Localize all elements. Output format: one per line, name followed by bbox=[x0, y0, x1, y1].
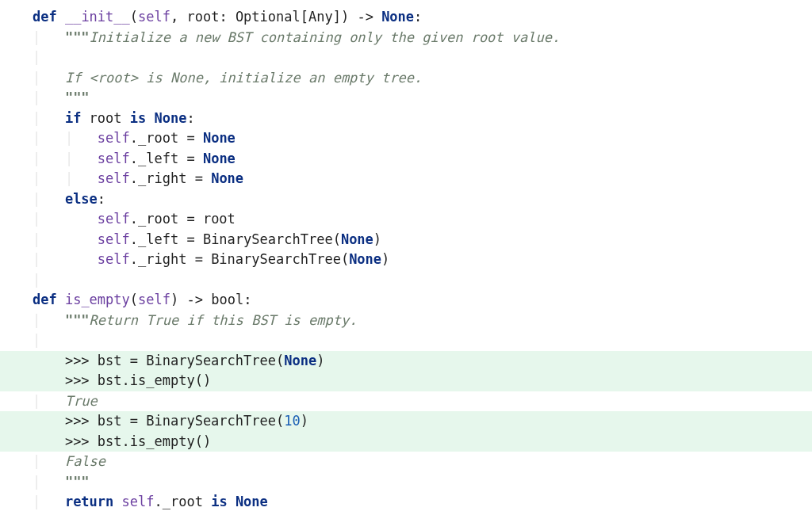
indent-guide: | bbox=[0, 251, 98, 267]
code-token: ._root bbox=[155, 494, 212, 509]
code-token: def bbox=[33, 9, 65, 25]
code-token: self bbox=[98, 211, 130, 227]
code-token: -> bbox=[357, 9, 381, 25]
indent-guide: | bbox=[0, 110, 65, 126]
indent-guide: | bbox=[0, 474, 65, 490]
code-token: is_empty bbox=[65, 292, 130, 307]
code-token: ._root = bbox=[130, 130, 203, 146]
indent-guide: | | bbox=[0, 170, 98, 186]
code-token: ) bbox=[373, 231, 381, 247]
indent-guide bbox=[0, 9, 33, 25]
code-line: | self._root = root bbox=[0, 209, 812, 230]
indent-guide: | bbox=[0, 332, 40, 348]
indent-guide: | bbox=[0, 90, 65, 105]
code-token: None bbox=[284, 353, 316, 368]
indent-guide: | bbox=[0, 49, 65, 65]
code-token: None bbox=[203, 130, 236, 146]
code-token: else bbox=[65, 191, 98, 207]
code-editor: def __init__(self, root: Optional[Any]) … bbox=[0, 0, 812, 515]
code-token: If <root> is None, initialize an empty t… bbox=[65, 70, 422, 86]
code-line: def __init__(self, root: Optional[Any]) … bbox=[0, 7, 812, 28]
code-line: >>> bst.is_empty() bbox=[0, 371, 812, 391]
code-token: """ bbox=[65, 90, 90, 105]
code-token: >>> bst.is_empty() bbox=[65, 433, 211, 449]
code-token: : bbox=[186, 110, 194, 126]
indent-guide: | | bbox=[0, 130, 98, 146]
code-line: | bbox=[0, 48, 812, 68]
code-line: | self._left = BinarySearchTree(None) bbox=[0, 230, 812, 250]
code-line: >>> bst = BinarySearchTree(None) bbox=[0, 351, 812, 372]
code-line: | """Initialize a new BST containing onl… bbox=[0, 28, 812, 48]
code-token: ._right = BinarySearchTree( bbox=[130, 251, 349, 267]
indent-guide: | bbox=[0, 191, 65, 207]
code-token: ) bbox=[170, 292, 186, 307]
indent-guide: | bbox=[0, 494, 65, 509]
code-token: is bbox=[130, 110, 155, 126]
code-line: | """ bbox=[0, 472, 812, 493]
code-token: def bbox=[33, 292, 65, 307]
code-token: Initialize a new BST containing only the… bbox=[90, 29, 561, 45]
code-token: None bbox=[381, 9, 414, 25]
code-token: __init__ bbox=[65, 9, 130, 25]
code-token: if bbox=[65, 110, 90, 126]
code-line: | bbox=[0, 270, 812, 291]
code-line: | else: bbox=[0, 189, 812, 210]
code-token: self bbox=[98, 130, 130, 146]
code-token: """ bbox=[65, 312, 90, 328]
indent-guide bbox=[0, 372, 65, 388]
code-token: ._left = bbox=[130, 151, 203, 166]
code-token: None bbox=[349, 251, 381, 267]
indent-guide bbox=[0, 353, 65, 368]
code-token: ) bbox=[301, 413, 308, 429]
code-line: | True bbox=[0, 391, 812, 412]
indent-guide: | bbox=[0, 231, 98, 247]
indent-guide: | bbox=[0, 211, 98, 227]
code-token: : bbox=[98, 191, 105, 207]
code-token: None bbox=[341, 231, 373, 247]
code-token: 10 bbox=[284, 413, 300, 429]
code-token: ._left = BinarySearchTree( bbox=[130, 231, 341, 247]
code-token: self bbox=[98, 251, 130, 267]
code-token: ( bbox=[130, 292, 138, 307]
code-token: self bbox=[98, 231, 130, 247]
code-line: >>> bst = BinarySearchTree(10) bbox=[0, 411, 812, 432]
code-token: >>> bst = BinarySearchTree( bbox=[65, 353, 284, 368]
code-token: bool bbox=[211, 292, 243, 307]
code-line: | False bbox=[0, 452, 812, 472]
code-token: None bbox=[155, 110, 187, 126]
code-line: | | self._right = None bbox=[0, 169, 812, 189]
code-token: : bbox=[243, 292, 251, 307]
indent-guide bbox=[0, 433, 65, 449]
code-line: | If <root> is None, initialize an empty… bbox=[0, 68, 812, 89]
code-line: >>> bst.is_empty() bbox=[0, 432, 812, 452]
code-token: self bbox=[98, 170, 130, 186]
code-token: self bbox=[138, 292, 170, 307]
code-token: self bbox=[122, 494, 155, 509]
code-line: def is_empty(self) -> bool: bbox=[0, 290, 812, 311]
code-token: >>> bst.is_empty() bbox=[65, 372, 211, 388]
indent-guide: | bbox=[0, 272, 40, 288]
code-token: """ bbox=[65, 474, 90, 490]
indent-guide: | bbox=[0, 29, 65, 45]
code-line: | self._right = BinarySearchTree(None) bbox=[0, 250, 812, 270]
indent-guide bbox=[0, 413, 65, 429]
code-token: return bbox=[65, 494, 122, 509]
code-token: -> bbox=[186, 292, 211, 307]
indent-guide: | bbox=[0, 312, 65, 328]
code-token: ) bbox=[381, 251, 389, 267]
code-token: """ bbox=[65, 29, 90, 45]
code-line: | bbox=[0, 330, 812, 351]
code-token: : bbox=[414, 9, 422, 25]
code-line: | """Return True if this BST is empty. bbox=[0, 311, 812, 331]
code-token: >>> bst = BinarySearchTree( bbox=[65, 413, 284, 429]
code-token: None bbox=[211, 170, 243, 186]
indent-guide bbox=[0, 292, 33, 307]
code-token: self bbox=[98, 151, 130, 166]
code-token: ._root = root bbox=[130, 211, 236, 227]
indent-guide: | bbox=[0, 393, 65, 409]
code-token: ) bbox=[316, 353, 324, 368]
indent-guide: | bbox=[0, 70, 65, 86]
code-line: | """ bbox=[0, 88, 812, 109]
code-token: None bbox=[203, 151, 236, 166]
code-token: True bbox=[65, 393, 98, 409]
